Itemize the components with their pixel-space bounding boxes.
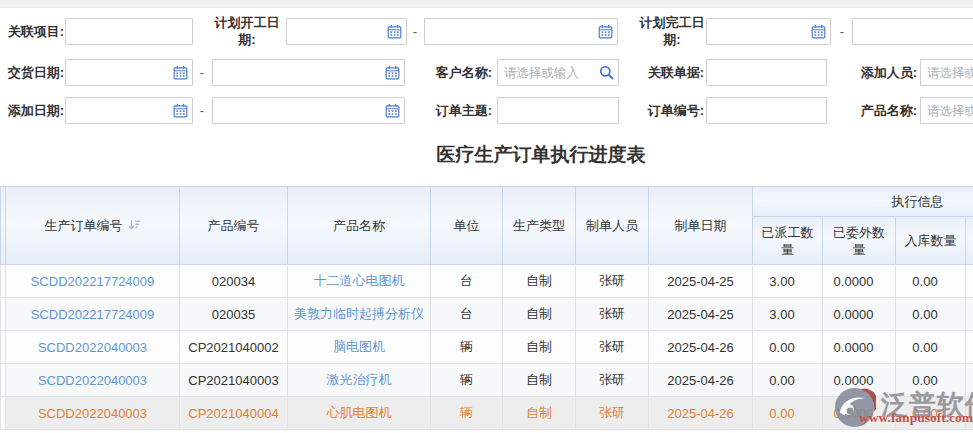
calendar-icon[interactable] <box>385 65 400 80</box>
order-number-label: 订单编号: <box>636 97 704 124</box>
page: 关联项目: 计划开工日期: - 计划完工日期: - 交货日期: - <box>0 0 973 433</box>
order-number-input[interactable] <box>706 97 827 124</box>
product-name-link[interactable]: 十二道心电图机 <box>314 273 405 288</box>
unit-cell: 辆 <box>431 397 503 430</box>
related-document-label: 关联单据: <box>636 59 704 86</box>
search-icon[interactable] <box>599 65 614 80</box>
report-title: 医疗生产订单执行进度表 <box>0 142 973 168</box>
added-by-input[interactable] <box>920 59 973 86</box>
col-header-product-no: 产品编号 <box>180 187 288 265</box>
sort-descending-icon[interactable] <box>128 219 141 234</box>
col-header-cutoff <box>966 217 973 265</box>
add-date-to-input[interactable] <box>212 97 405 124</box>
product-name-link[interactable]: 激光治疗机 <box>327 372 392 387</box>
order-no-link[interactable]: SCDD2022040003 <box>38 340 147 355</box>
plan-finish-date-to-input[interactable] <box>852 18 973 45</box>
related-document-field <box>706 59 827 86</box>
dispatched-qty-cell: 0.00 <box>753 331 823 364</box>
prod-type-cell: 自制 <box>503 364 576 397</box>
prod-type-cell: 自制 <box>503 265 576 298</box>
related-document-input[interactable] <box>706 59 827 86</box>
product-no-cell: 020034 <box>180 265 288 298</box>
product-no-cell: CP2021040002 <box>180 331 288 364</box>
product-name-link[interactable]: 脑电图机 <box>333 339 385 354</box>
filter-panel: 关联项目: 计划开工日期: - 计划完工日期: - 交货日期: - <box>0 0 973 132</box>
calendar-icon[interactable] <box>173 65 188 80</box>
range-separator: - <box>194 59 210 86</box>
unit-cell: 辆 <box>431 364 503 397</box>
plan-start-date-to-input[interactable] <box>424 18 618 45</box>
col-header-make-date: 制单日期 <box>649 187 753 265</box>
dispatched-qty-cell: 0.00 <box>753 364 823 397</box>
delivery-date-to-input[interactable] <box>212 59 405 86</box>
make-date-cell: 2025-04-25 <box>649 265 753 298</box>
calendar-icon[interactable] <box>811 24 826 39</box>
added-by-field <box>920 59 973 86</box>
related-project-label: 关联项目: <box>6 18 64 45</box>
prod-type-cell: 自制 <box>503 331 576 364</box>
maker-cell: 张研 <box>576 397 649 430</box>
range-separator: - <box>834 18 850 45</box>
range-separator: - <box>194 97 210 124</box>
calendar-icon[interactable] <box>173 103 188 118</box>
add-date-to-field <box>212 97 405 124</box>
delivery-date-label: 交货日期: <box>6 59 64 86</box>
calendar-icon[interactable] <box>385 103 400 118</box>
dispatched-qty-cell: 3.00 <box>753 265 823 298</box>
order-subject-field <box>497 97 619 124</box>
vendor-url-text: www.fanpusoft.com <box>859 410 973 426</box>
dispatched-qty-cell: 3.00 <box>753 298 823 331</box>
maker-cell: 张研 <box>576 265 649 298</box>
vendor-watermark: 泛普软件 www.fanpusoft.com <box>833 384 973 433</box>
maker-cell: 张研 <box>576 364 649 397</box>
table-row[interactable]: SCDD202217724009 020034 十二道心电图机 台 自制 张研 … <box>1 265 973 298</box>
add-date-from-field <box>65 97 193 124</box>
product-name-link[interactable]: 心肌电图机 <box>327 405 392 420</box>
calendar-icon[interactable] <box>598 24 613 39</box>
product-no-cell: CP2021040003 <box>180 364 288 397</box>
delivery-date-to-field <box>212 59 405 86</box>
product-name-link[interactable]: 美敦力临时起搏分析仪 <box>294 306 424 321</box>
range-separator: - <box>408 18 422 45</box>
table-row[interactable]: SCDD2022040003 CP2021040002 脑电图机 辆 自制 张研… <box>1 331 973 364</box>
plan-start-date-label: 计划开工日期: <box>210 14 284 48</box>
col-header-dispatched-qty: 已派工数量 <box>753 217 823 265</box>
inbound-qty-cell: 0.00 <box>896 331 966 364</box>
col-header-order-no[interactable]: 生产订单编号 <box>6 187 180 265</box>
table-row[interactable]: SCDD2022040003 CP2021040003 激光治疗机 辆 自制 张… <box>1 364 973 397</box>
unit-cell: 辆 <box>431 331 503 364</box>
table-row[interactable]: SCDD202217724009 020035 美敦力临时起搏分析仪 台 自制 … <box>1 298 973 331</box>
customer-name-field <box>497 59 619 86</box>
col-header-maker: 制单人员 <box>576 187 649 265</box>
order-no-link[interactable]: SCDD2022040003 <box>38 373 147 388</box>
make-date-cell: 2025-04-26 <box>649 331 753 364</box>
product-name-input[interactable] <box>920 97 973 124</box>
calendar-icon[interactable] <box>387 24 402 39</box>
order-no-link[interactable]: SCDD202217724009 <box>31 274 155 289</box>
order-no-link[interactable]: SCDD2022040003 <box>38 406 147 421</box>
plan-start-date-to-field <box>424 18 618 45</box>
product-no-cell: 020035 <box>180 298 288 331</box>
plan-finish-date-from-field <box>706 18 831 45</box>
col-header-outsourced-qty: 已委外数量 <box>823 217 896 265</box>
order-subject-input[interactable] <box>497 97 619 124</box>
customer-name-label: 客户名称: <box>426 59 492 86</box>
make-date-cell: 2025-04-26 <box>649 397 753 430</box>
plan-start-date-from-field <box>286 18 407 45</box>
plan-finish-date-to-field <box>852 18 973 45</box>
outsourced-qty-cell: 0.0000 <box>823 265 896 298</box>
inbound-qty-cell: 0.00 <box>896 265 966 298</box>
outsourced-qty-cell: 0.0000 <box>823 331 896 364</box>
add-date-label: 添加日期: <box>6 97 64 124</box>
table-row-highlighted[interactable]: SCDD2022040003 CP2021040004 心肌电图机 辆 自制 张… <box>1 397 973 430</box>
col-header-prod-type: 生产类型 <box>503 187 576 265</box>
product-no-cell: CP2021040004 <box>180 397 288 430</box>
make-date-cell: 2025-04-26 <box>649 364 753 397</box>
col-header-unit: 单位 <box>431 187 503 265</box>
delivery-date-from-field <box>65 59 193 86</box>
product-name-label: 产品名称: <box>851 97 917 124</box>
dispatched-qty-cell: 0.00 <box>753 397 823 430</box>
order-no-link[interactable]: SCDD202217724009 <box>31 307 155 322</box>
order-subject-label: 订单主题: <box>426 97 492 124</box>
related-project-input[interactable] <box>65 18 193 45</box>
